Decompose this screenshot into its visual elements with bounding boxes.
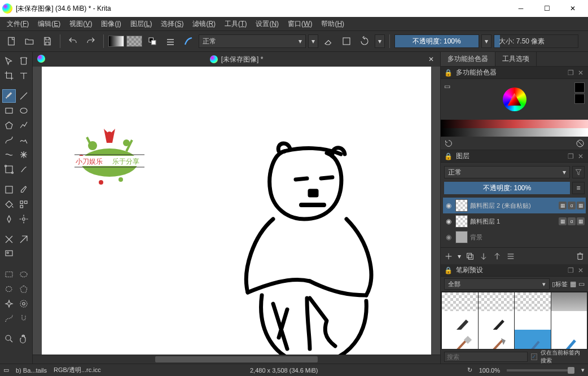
magnetic-select-tool[interactable] [17, 312, 30, 325]
status-zoom[interactable]: 100.0% [479, 367, 500, 374]
tab-color-picker[interactable]: 多功能拾色器 [441, 52, 495, 66]
layer-opacity-slider[interactable]: 不透明度: 100% [444, 182, 570, 194]
zoom-dropdown-icon[interactable]: ▾ [581, 366, 585, 374]
brush-preset[interactable] [479, 330, 515, 349]
menu-settings[interactable]: 设置(N) [251, 18, 283, 30]
eraser-mode-button[interactable] [321, 33, 336, 49]
hue-bar[interactable] [441, 120, 588, 128]
line-tool[interactable] [17, 89, 30, 103]
fill-tool[interactable] [2, 198, 16, 211]
zoom-tool[interactable] [2, 332, 16, 346]
menu-edit[interactable]: 编辑(E) [33, 18, 65, 30]
storage-icon[interactable]: ▭ [578, 280, 585, 288]
delete-layer-icon[interactable] [576, 252, 585, 261]
menu-file[interactable]: 文件(F) [2, 18, 33, 30]
swap-colors-button[interactable] [144, 33, 160, 49]
move-up-icon[interactable] [493, 252, 502, 261]
tab-tool-options[interactable]: 工具选项 [495, 52, 537, 66]
selection-mode-icon[interactable]: ▭ [3, 366, 9, 374]
refresh-icon[interactable] [444, 139, 453, 148]
assistant-tool[interactable] [2, 233, 16, 246]
color-picker-tool[interactable] [17, 183, 30, 196]
new-file-button[interactable] [3, 33, 19, 49]
ellipse-select-tool[interactable] [17, 268, 30, 281]
redo-button[interactable] [83, 33, 99, 49]
polyline-tool[interactable] [17, 119, 30, 132]
document-tab[interactable]: [未保存图像] * [203, 53, 270, 67]
dynamic-brush-tool[interactable] [2, 148, 16, 161]
menu-help[interactable]: 帮助(H) [317, 18, 349, 30]
tab-close-button[interactable]: ✕ [427, 55, 436, 64]
zoom-slider[interactable] [507, 369, 574, 371]
bg-color-swatch[interactable] [574, 94, 585, 104]
save-file-button[interactable] [40, 33, 55, 49]
search-scope-checkbox[interactable]: ✓ [531, 353, 537, 360]
menu-layer[interactable]: 图层(L) [126, 18, 157, 30]
similar-select-tool[interactable] [17, 297, 30, 311]
float-icon[interactable]: ❐ [567, 266, 574, 274]
contiguous-select-tool[interactable] [2, 297, 16, 311]
reload-preset-button[interactable] [357, 33, 372, 49]
menu-window[interactable]: 窗口(W) [283, 18, 317, 30]
duplicate-layer-icon[interactable] [466, 252, 475, 261]
move-tool[interactable] [2, 54, 16, 68]
disable-icon[interactable] [576, 139, 585, 148]
reference-tool[interactable] [2, 247, 16, 261]
close-button[interactable]: ✕ [560, 0, 586, 17]
brush-tag-select[interactable]: 全部▾ [444, 278, 550, 290]
lock-icon[interactable]: 🔒 [444, 152, 453, 160]
color-wheel[interactable] [503, 88, 526, 111]
add-layer-icon[interactable] [444, 252, 453, 261]
rectangle-tool[interactable] [2, 104, 16, 117]
close-panel-icon[interactable]: ✕ [577, 266, 585, 274]
float-icon[interactable]: ❐ [567, 152, 574, 160]
horizontal-scrollbar[interactable] [33, 355, 440, 364]
status-profile[interactable]: RGB/透明...rc.icc [54, 366, 101, 374]
transform-tool[interactable] [17, 54, 30, 68]
freehand-path-tool[interactable] [17, 133, 30, 147]
pan-tool[interactable] [17, 332, 30, 346]
pattern-tool[interactable] [17, 198, 30, 211]
brush-search-input[interactable] [444, 352, 528, 362]
measure-tool[interactable] [17, 233, 30, 246]
blendmode-select[interactable]: 正常▾ [199, 34, 306, 48]
layer-options-button[interactable]: ≡ [572, 182, 585, 194]
alpha-lock-button[interactable] [339, 33, 354, 49]
brush-preset[interactable] [551, 330, 587, 349]
pattern-preview[interactable] [126, 36, 142, 47]
float-icon[interactable]: ❐ [567, 69, 574, 77]
layer-item[interactable]: ◉ 背景 [443, 229, 586, 245]
menu-tools[interactable]: 工具(T) [220, 18, 251, 30]
rect-select-tool[interactable] [2, 268, 16, 281]
minimize-button[interactable]: ─ [508, 0, 534, 17]
status-selection[interactable]: b) Ba...tails [16, 367, 47, 374]
canvas-viewport[interactable]: 小刀娱乐 乐于分享 [33, 67, 440, 355]
filter-layer-button[interactable] [572, 166, 585, 178]
menu-select[interactable]: 选择(S) [156, 18, 188, 30]
undo-button[interactable] [65, 33, 81, 49]
lock-icon[interactable]: 🔒 [444, 266, 453, 274]
tag-icon[interactable]: ▯标签 [552, 280, 568, 288]
maximize-button[interactable]: ☐ [534, 0, 560, 17]
gradient-tool[interactable] [2, 183, 16, 196]
brush-preset[interactable] [442, 330, 478, 349]
freehand-select-tool[interactable] [2, 282, 16, 296]
close-panel-icon[interactable]: ✕ [577, 152, 585, 160]
rotation-icon[interactable]: ↻ [467, 366, 472, 374]
visibility-icon[interactable]: ◉ [444, 217, 453, 226]
brush-settings-button[interactable] [163, 33, 178, 49]
layer-item[interactable]: ◉ 颜料图层 1 ▦α▦ [443, 213, 586, 229]
reload-options[interactable]: ▾ [375, 34, 385, 48]
close-panel-icon[interactable]: ✕ [577, 69, 585, 77]
brush-preview[interactable] [181, 33, 196, 49]
smart-fill-tool[interactable] [2, 212, 16, 226]
menu-filter[interactable]: 滤镜(R) [188, 18, 220, 30]
text-tool[interactable] [17, 69, 30, 82]
fg-color-swatch[interactable] [574, 82, 585, 93]
brush-preset[interactable] [515, 330, 551, 349]
edit-shapes-tool[interactable] [2, 163, 16, 176]
gradient-preview[interactable] [108, 36, 124, 47]
bezier-select-tool[interactable] [2, 312, 16, 325]
blendmode-options[interactable]: ▾ [308, 34, 318, 48]
layer-blendmode-select[interactable]: 正常▾ [444, 166, 570, 178]
